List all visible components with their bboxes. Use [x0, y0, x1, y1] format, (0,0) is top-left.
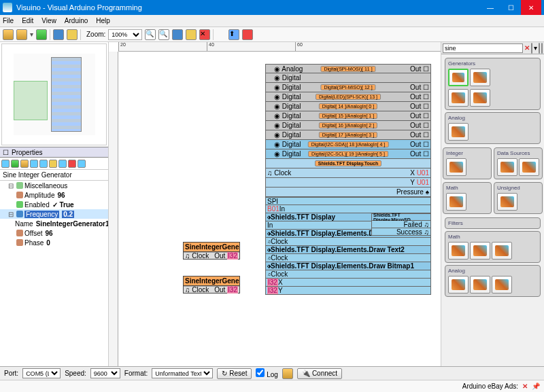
tool-icon[interactable] [53, 29, 64, 40]
tool-icon[interactable] [242, 29, 253, 40]
palette-item[interactable] [470, 276, 490, 293]
prop-tool-icon[interactable] [30, 160, 38, 168]
zoom-in-icon[interactable]: 🔍 [145, 29, 156, 40]
maximize-button[interactable]: ☐ [500, 0, 521, 15]
connect-button[interactable]: 🔌 Connect [297, 368, 342, 379]
palette-item[interactable] [497, 158, 517, 176]
ad-close-icon[interactable]: ✕ [522, 382, 528, 390]
palette-item[interactable] [448, 89, 469, 107]
palette-item[interactable] [448, 69, 469, 86]
palette-item[interactable] [519, 158, 539, 176]
prop-phase[interactable]: Phase0 [0, 238, 108, 247]
node-sine-generator-1[interactable]: SineIntegerGenerator1 ♫ ClockOut I32 [183, 242, 240, 260]
reset-button[interactable]: ↻ Reset [217, 368, 252, 379]
prop-frequency[interactable]: ⊟Frequency0.2 [0, 209, 108, 219]
category-datasources: Data Sources [494, 147, 543, 179]
log-checkbox[interactable]: Log [256, 368, 277, 378]
titlebar: Visuino - Visual Arduino Programming — ☐… [0, 0, 544, 15]
delete-icon[interactable]: ✕ [199, 29, 210, 40]
property-tree: ⊟Miscellaneous Amplitude96 Enabled✓ True… [0, 181, 108, 366]
category-unsigned: Unsigned [494, 182, 543, 214]
open-icon[interactable] [16, 29, 27, 40]
category-analog: Analog [445, 112, 541, 144]
ruler-vertical [109, 52, 118, 366]
category-math: Math [443, 182, 492, 214]
prop-offset[interactable]: Offset96 [0, 228, 108, 238]
minimize-button[interactable]: — [480, 0, 500, 15]
left-panel: ☐ Properties Sine Integer Generator ⊟Mis… [0, 42, 109, 366]
overview-panel[interactable] [1, 43, 107, 145]
component-palette: ✕ ▾ Generators Analog [441, 42, 544, 366]
prop-tool-icon[interactable] [78, 160, 86, 168]
palette-item[interactable] [470, 242, 490, 260]
properties-header: ☐ Properties [0, 147, 108, 158]
toolbar: ▾ Zoom: 100% 🔍 🔍 ✕ ⬆ [0, 27, 544, 42]
tool-icon[interactable] [172, 29, 183, 40]
tool-icon[interactable] [67, 29, 78, 40]
tool-icon[interactable] [186, 29, 197, 40]
speed-select[interactable]: 9600 [90, 368, 120, 378]
prop-tool-icon[interactable] [1, 160, 10, 168]
palette-item[interactable] [470, 89, 490, 107]
port-label: Port: [4, 370, 18, 377]
menu-edit[interactable]: Edit [22, 17, 33, 24]
new-icon[interactable] [3, 29, 14, 40]
node-title: SineIntegerGenerator1 [184, 243, 239, 252]
prop-tool-icon[interactable] [11, 160, 19, 168]
prop-enabled[interactable]: Enabled✓ True [0, 200, 108, 209]
palette-tool-icon[interactable] [531, 43, 532, 54]
menu-arduino[interactable]: Arduino [65, 17, 88, 24]
properties-toolbar [0, 158, 108, 170]
palette-item[interactable] [470, 69, 490, 86]
port-select[interactable]: COM5 (L [22, 368, 61, 378]
overview-selection [14, 81, 48, 120]
menu-file[interactable]: File [3, 17, 14, 24]
prop-tool-icon[interactable] [39, 160, 48, 168]
prop-amplitude[interactable]: Amplitude96 [0, 190, 108, 200]
palette-item[interactable] [448, 242, 469, 260]
palette-item[interactable] [448, 123, 469, 141]
close-button[interactable]: ✕ [521, 0, 541, 15]
ruler-horizontal: 20 40 60 [118, 42, 441, 52]
format-label: Format: [124, 370, 148, 377]
save-icon[interactable] [36, 29, 47, 40]
prop-name[interactable]: NameSineIntegerGenerator1 [0, 219, 108, 228]
clear-search-icon[interactable]: ✕ [524, 44, 530, 52]
palette-item[interactable] [492, 276, 512, 293]
speed-label: Speed: [65, 370, 86, 377]
zoom-out-icon[interactable]: 🔍 [158, 29, 169, 40]
prop-tool-icon[interactable] [20, 160, 29, 168]
prop-tool-icon[interactable] [58, 160, 67, 168]
pin-icon[interactable]: 📌 [532, 382, 540, 390]
palette-item[interactable] [448, 276, 469, 293]
titlebar-title: Visuino - Visual Arduino Programming [16, 3, 480, 12]
palette-tool-icon[interactable] [539, 43, 540, 54]
zoom-label: Zoom: [86, 31, 105, 38]
zoom-select[interactable]: 100% [108, 29, 142, 40]
status-bar: Port: COM5 (L Speed: 9600 Format: Unform… [0, 366, 544, 380]
search-input[interactable] [443, 43, 523, 53]
tree-misc[interactable]: ⊟Miscellaneous [0, 181, 108, 190]
palette-tool-icon[interactable] [541, 43, 543, 54]
menubar: File Edit View Arduino Help [0, 15, 544, 27]
menu-help[interactable]: Help [96, 17, 110, 24]
prop-tool-icon[interactable] [49, 160, 57, 168]
node-sine-generator-2[interactable]: SineIntegerGenerator2 ♫ ClockOut I32 [183, 276, 240, 293]
category-integer: Integer [443, 147, 492, 179]
palette-item[interactable] [497, 193, 517, 211]
arduino-node[interactable]: ◉ AnalogDigital(SPI-MOSI)[ 11 ]Out ☐ ◉ D… [265, 64, 431, 197]
ad-bar: Arduino eBay Ads: ✕ 📌 [0, 380, 544, 392]
status-tool-icon[interactable] [282, 368, 293, 379]
format-select[interactable]: Unformatted Text [152, 368, 213, 378]
palette-item[interactable] [446, 193, 466, 211]
menu-view[interactable]: View [41, 17, 56, 24]
design-canvas[interactable]: SineIntegerGenerator1 ♫ ClockOut I32 Sin… [118, 52, 441, 366]
palette-item[interactable] [492, 242, 512, 260]
category-generators: Generators [445, 58, 541, 110]
prop-tool-icon[interactable] [68, 160, 76, 168]
category-math2: Math [445, 231, 541, 263]
canvas-area[interactable]: 20 40 60 SineIntegerGenerator1 ♫ ClockOu… [109, 42, 441, 366]
shield-microsd-block[interactable]: Shields.TFT Display.MicroSD Failed ♫ Suc… [371, 213, 431, 236]
upload-icon[interactable]: ⬆ [228, 29, 239, 40]
palette-item[interactable] [446, 158, 466, 176]
